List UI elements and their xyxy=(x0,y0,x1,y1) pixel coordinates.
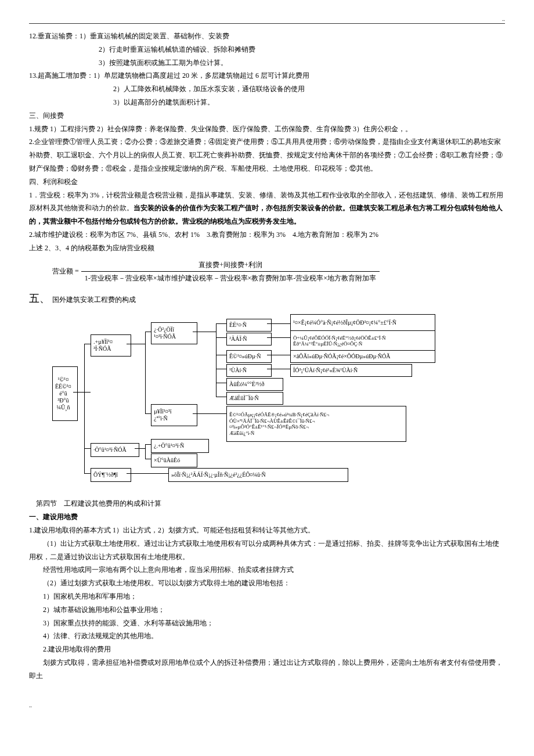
heading-5-text: 国外建筑安装工程费的构成 xyxy=(52,293,136,307)
dbox-r6: ÆäËûÌ¯Ïû·Ñ xyxy=(226,392,283,405)
section4-title: 第四节 工程建设其他费用的构成和计算 xyxy=(29,497,505,510)
diagram: ¹©¹¤ ÈË©¹¤ é°û ³Ð°û ¼Û¸ñ .+µ¥Ïî¹¤ ³Ï·ÑÓÃ… xyxy=(52,314,482,491)
formula-left: 营业额 = xyxy=(52,265,79,278)
formula-fraction: 直接费+间接费+利润 1-营业税率－营业税率×城市维护建设税率－营业税率×教育费… xyxy=(81,258,380,286)
dbox-root: ¹©¹¤ ÈË©¹¤ é°û ³Ð°û ¼Û¸ñ xyxy=(52,366,78,421)
dbox-r3: Ê©¹¤»úÐµ·Ñ xyxy=(226,350,272,363)
line-12: 12.垂直运输费：1）垂直运输机械的固定装置、基础制作、安装费 xyxy=(29,30,505,43)
footer-dots: .. xyxy=(29,700,505,711)
formula-num: 直接费+间接费+利润 xyxy=(81,258,380,272)
para-cheng-shi: 2.城市维护建设税：税率为市区 7%、县镇 5%、农村 1% 3.教育费附加：税… xyxy=(29,228,505,242)
line-13-2: 2）人工降效和机械降效，加压水泵安装，通信联络设备的使用 xyxy=(29,82,505,96)
formula-den: 1-营业税率－营业税率×城市维护建设税率－营业税率×教育费附加率-营业税率×地方… xyxy=(81,272,380,285)
dbox-r4: ¹ÜÀí·Ñ xyxy=(226,364,272,377)
dbox-b7: ×Ü°ûÀûÈó xyxy=(151,453,197,467)
heading-5-row: 五、 国外建筑安装工程费的构成 xyxy=(29,289,505,308)
s4-3: 经营性用地或同一宗地有两个以上意向用地者，应当采用招标、拍卖或者挂牌方式 xyxy=(29,563,505,577)
line-13-3: 3）以超高部分的建筑面积计算。 xyxy=(29,96,505,109)
dbox-rr3: ×âÔÃï»úÐµ·ÑÓÃ¡¢é×ÔÓÐµ»úÐµ·ÑÓÃ xyxy=(290,350,435,363)
dbox-r5: ÀûÈó¼°°Ë²½ð xyxy=(226,378,283,391)
dbox-b5: µ¥Ïî¹¤³ï ¿ª°ì·Ñ xyxy=(151,404,197,426)
dbox-rr6: »õÎï·Ñ¡¿²ÄÁÏ·Ñ¡¿·µÎñ·Ñ¡¿é²¿¿ÉÔ¤¼û·Ñ xyxy=(168,468,348,482)
s4-5: 1）国家机关用地和军事用地； xyxy=(29,590,505,603)
s4-4: （2）通过划拨方式获取土地使用权。可以以划拨方式取得土地的建设用地包括： xyxy=(29,577,505,590)
para-shang-shu: 上述 2、3、4 的纳税基数为应纳营业税额 xyxy=(29,242,505,255)
dbox-b6: ¿.+Ö°û¹¤³ï·Ñ xyxy=(151,439,209,453)
dbox-r2: ²ÄÁÏ·Ñ xyxy=(226,333,272,345)
s4-2: （1）出让方式获取土地使用权。通过出让方式获取土地使用权有可以分成两种具体方式：… xyxy=(29,537,505,564)
dbox-b4: ¿·Ö²¿ÖÏî ¹¤³ï·ÑÓÃ xyxy=(151,322,197,344)
dbox-b2: .+µ¥Ïî¹¤ ³Ï·ÑÓÃ xyxy=(91,334,131,357)
heading-5-num: 五、 xyxy=(29,289,50,308)
top-rule: .. xyxy=(29,23,505,24)
line-12-2: 2）行走时垂直运输机械轨道的铺设、拆除和摊销费 xyxy=(29,43,505,56)
dbox-rr4: ÏÓ³¡¹ÜÀí·Ñ¡¢é¹«Ë¾¹ÜÀí·Ñ xyxy=(290,364,412,377)
para-qiye: 2.企业管理费①管理人员工资；②办公费；③差旅交通费；④固定资产使用费；⑤工具用… xyxy=(29,135,505,175)
heading-4: 四、利润和税金 xyxy=(29,175,505,189)
formula: 营业额 = 直接费+间接费+利润 1-营业税率－营业税率×城市维护建设税率－营业… xyxy=(52,258,505,286)
dbox-r1: ÈË¹¤·Ñ xyxy=(226,319,272,332)
line-12-3: 3）按照建筑面积或施工工期为单位计算。 xyxy=(29,56,505,70)
s4-7: 3）国家重点扶持的能源、交通、水利等基础设施用地； xyxy=(29,617,505,630)
s4-1: 1.建设用地取得的基本方式 1）出让方式，2）划拨方式。可能还包括租赁和转让等其… xyxy=(29,524,505,537)
s4-9: 2.建设用地取得的费用 xyxy=(29,643,505,656)
s4-10: 划拨方式取得，需承担征地补偿费或对原用地单位或个人的拆迁补偿费用；通过出让方式取… xyxy=(29,656,505,683)
heading-3: 三、间接费 xyxy=(29,109,505,123)
dbox-rr5: Ê©¹¤ÓÃµç¡¢éÓÃË®¡¢é»ú³¼В·Ñ¡¢éÇãÀí·Ñ£¬ ÓÙ×… xyxy=(226,406,406,442)
dbox-b8: ÔÝ¶¨½ð¶î xyxy=(91,468,131,482)
dbox-rr1: ¹¤×Ê¡¢é¼Ó°à·Ñ¡¢é½ðÎµ¡¢ÖÐ³¤¡¢¼°±£°Ï·Ñ xyxy=(290,314,435,332)
s4-6: 2）城市基础设施用地和公益事业用地； xyxy=(29,603,505,617)
para-gui-fei: 1.规费 1）工程排污费 2）社会保障费：养老保险费、失业保险费、医疗保险费、工… xyxy=(29,123,505,136)
line-13: 13.超高施工增加费：1）单层建筑物檐口高度超过 20 米，多层建筑物超过 6 … xyxy=(29,69,505,82)
para-yingye: 1．营业税：税率为 3%，计税营业额是含税营业额，是指从事建筑、安装、修缮、装饰… xyxy=(29,189,505,228)
dbox-b3: ·Ö°û¹¤³ï·ÑÓÃ xyxy=(91,443,139,457)
dbox-rr2: Ö÷¼Û¡¢éÔËÓÓÏ·Ñ¡¢éË°½ð¡¢éÖÒÊ±£°Ï·Ñ Êð°Ä¼°… xyxy=(290,330,435,351)
header-dots: .. xyxy=(502,13,505,24)
s4-8: 4）法律、行政法规规定的其他用地。 xyxy=(29,629,505,643)
section4-h1: 一、建设用地费 xyxy=(29,510,505,524)
